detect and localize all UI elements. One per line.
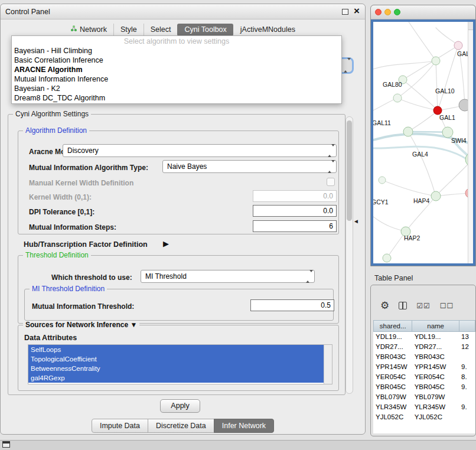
- table-row[interactable]: YBR045CYBR045C9.: [373, 382, 475, 392]
- columns-icon[interactable]: [399, 302, 407, 309]
- bottom-tab-infer-network[interactable]: Infer Network: [214, 419, 274, 433]
- network-node[interactable]: [431, 191, 441, 201]
- network-node[interactable]: [403, 127, 413, 136]
- network-edge: [436, 193, 470, 196]
- mi-algorithm-type-select[interactable]: Naive Bayes: [162, 160, 337, 173]
- attribute-item-selfloops[interactable]: SelfLoops: [28, 345, 324, 354]
- tab-cyni-toolbox[interactable]: Cyni Toolbox: [177, 24, 233, 36]
- table-row[interactable]: YER054CYER054C8.: [373, 372, 475, 382]
- scrollbar-button[interactable]: [468, 22, 473, 30]
- algorithm-option-bayesian-k2[interactable]: Bayesian - K2: [12, 84, 341, 93]
- table-cell: YDR27...: [412, 342, 459, 352]
- table-row[interactable]: YPR145WYPR145W9.: [373, 362, 475, 372]
- algorithm-option-mutual-information-inference[interactable]: Mutual Information Inference: [12, 74, 341, 84]
- close-traffic-light-icon[interactable]: [375, 9, 382, 15]
- table-row[interactable]: YLR345WYLR345W9.: [373, 402, 475, 412]
- data-attributes-list[interactable]: SelfLoopsTopologicalCoefficientBetweenne…: [28, 344, 332, 384]
- algorithm-option-bayesian-hill-climbing[interactable]: Bayesian - Hill Climbing: [12, 46, 341, 56]
- mini-window-icon[interactable]: [2, 441, 10, 448]
- hide-columns-icon[interactable]: ☐☐: [440, 302, 454, 310]
- bottom-tab-impute-data[interactable]: Impute Data: [92, 419, 148, 433]
- combo-arrows-icon: [344, 60, 349, 71]
- float-window-icon[interactable]: [342, 9, 348, 15]
- network-window-titlebar[interactable]: [371, 5, 475, 19]
- node-table[interactable]: shared...name YDL19...YDL19...13YDR27...…: [373, 320, 475, 433]
- node-label-gcy1: GCY1: [373, 198, 389, 206]
- mi-algorithm-type-value: Naive Bayes: [167, 162, 207, 171]
- panel-collapse-arrow-icon[interactable]: ◄: [353, 218, 359, 224]
- bottom-tab-discretize-data[interactable]: Discretize Data: [148, 419, 214, 433]
- table-row[interactable]: YBR043CYBR043C: [373, 352, 475, 362]
- table-cell: YBR045C: [412, 382, 459, 392]
- scrollbar-thumb[interactable]: [347, 120, 352, 221]
- network-canvas[interactable]: GALGAL80GAL10GAL11GAL1SWI4GAL4GCY1HAP4YH…: [371, 19, 475, 266]
- table-panel-window: ⚙☑☑☐☐ shared...name YDL19...YDL19...13YD…: [370, 285, 476, 436]
- column-header-name[interactable]: name: [412, 320, 459, 332]
- attributes-scrollbar[interactable]: [324, 345, 332, 384]
- network-node[interactable]: [393, 94, 402, 102]
- table-cell: YDL19...: [373, 332, 412, 342]
- tab-network[interactable]: Network: [64, 23, 113, 36]
- network-node[interactable]: [432, 57, 440, 65]
- expand-arrow-icon[interactable]: ▶: [163, 239, 169, 248]
- network-node[interactable]: [454, 41, 462, 50]
- network-edge: [408, 132, 448, 132]
- network-node[interactable]: [433, 106, 442, 115]
- show-columns-icon[interactable]: ☑☑: [416, 302, 431, 310]
- control-panel-window: Control Panel × NetworkStyleSelectCyni T…: [0, 4, 366, 435]
- table-cell: YPR145W: [412, 362, 459, 372]
- collapse-arrow-icon[interactable]: ▼: [130, 321, 137, 329]
- hub-definition-label[interactable]: Hub/Transcription Factor Definition: [24, 240, 148, 249]
- close-icon[interactable]: ×: [354, 5, 360, 17]
- control-panel-titlebar[interactable]: Control Panel ×: [1, 4, 365, 19]
- which-threshold-select[interactable]: MI Threshold: [141, 270, 315, 283]
- tab-jactivemnodules[interactable]: jActiveMNodules: [233, 24, 302, 36]
- table-toolbar: ⚙☑☑☐☐: [380, 299, 454, 312]
- settings-scrollbar[interactable]: [345, 116, 353, 394]
- aracne-mode-select[interactable]: Discovery: [63, 144, 337, 157]
- table-row[interactable]: YJL052CYJL052C: [373, 412, 475, 422]
- network-node[interactable]: [383, 254, 391, 262]
- attribute-item-betweennesscentrality[interactable]: BetweennessCentrality: [28, 364, 324, 373]
- aracne-mode-value: Discovery: [67, 146, 99, 155]
- apply-button[interactable]: Apply: [160, 399, 200, 413]
- attribute-item-topologicalcoefficient[interactable]: TopologicalCoefficient: [28, 354, 324, 364]
- algorithm-option-aracne-algorithm[interactable]: ARACNE Algorithm: [12, 65, 341, 74]
- column-header-shared[interactable]: shared...: [373, 320, 412, 332]
- dpi-tolerance-field[interactable]: 0.0: [253, 205, 337, 217]
- mi-steps-label: Mutual Information Steps:: [29, 223, 116, 231]
- sources-title[interactable]: Sources for Network Inference ▼: [23, 321, 139, 329]
- network-view-window: GALGAL80GAL10GAL11GAL1SWI4GAL4GCY1HAP4YH…: [370, 5, 476, 266]
- mi-steps-field[interactable]: 6: [253, 220, 337, 232]
- table-cell: 13: [459, 332, 475, 342]
- network-graph[interactable]: GALGAL80GAL10GAL11GAL1SWI4GAL4GCY1HAP4YH…: [373, 22, 474, 265]
- algorithm-option-dream8-dc-tdc-algorithm[interactable]: Dream8 DC_TDC Algorithm: [12, 93, 341, 103]
- algorithm-option-basic-correlation-inference[interactable]: Basic Correlation Inference: [12, 56, 341, 65]
- table-cell: 8.: [459, 372, 475, 382]
- threshold-definition-group: Threshold Definition Which threshold to …: [18, 255, 339, 324]
- manual-kernel-width-checkbox[interactable]: [327, 178, 335, 186]
- table-row[interactable]: YDR27...YDR27...12: [373, 342, 475, 352]
- zoom-traffic-light-icon[interactable]: [394, 9, 400, 15]
- table-cell: [459, 392, 475, 402]
- table-row[interactable]: YBL079WYBL079W: [373, 392, 475, 402]
- column-header-extra[interactable]: [459, 320, 475, 332]
- tab-style[interactable]: Style: [113, 24, 144, 36]
- network-node[interactable]: [442, 127, 453, 138]
- tab-select[interactable]: Select: [144, 24, 178, 36]
- table-cell: [459, 412, 475, 422]
- table-body: YDL19...YDL19...13YDR27...YDR27...12YBR0…: [373, 332, 475, 422]
- kernel-width-field[interactable]: 0.0: [253, 190, 337, 202]
- attribute-item-gal4rgexp[interactable]: gal4RGexp: [28, 373, 324, 383]
- data-attributes-label: Data Attributes: [24, 334, 77, 342]
- table-cell: YLR345W: [412, 402, 459, 412]
- table-row[interactable]: YDL19...YDL19...13: [373, 332, 475, 342]
- mi-threshold-field[interactable]: 0.5: [250, 299, 334, 311]
- network-edge: [373, 217, 406, 231]
- minimize-traffic-light-icon[interactable]: [384, 9, 391, 15]
- network-vertical-scrollbar[interactable]: [468, 22, 473, 263]
- kernel-width-label: Kernel Width (0,1):: [29, 193, 92, 201]
- settings-gear-icon[interactable]: ⚙: [380, 299, 389, 312]
- network-node[interactable]: [379, 177, 386, 184]
- network-edge: [403, 45, 458, 80]
